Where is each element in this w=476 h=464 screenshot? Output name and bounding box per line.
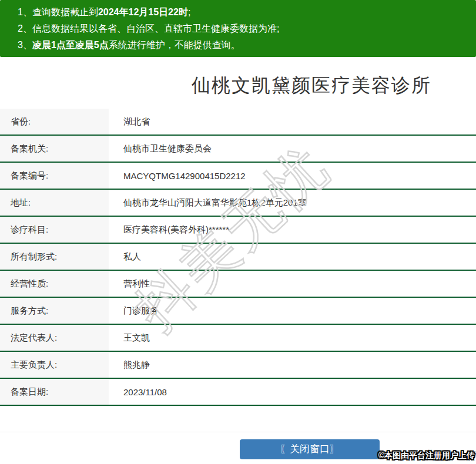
row-value: 湖北省: [109, 116, 476, 127]
row-value: 门诊服务: [109, 305, 476, 317]
notice-line: 2、信息数据结果以各省、自治区、直辖市卫生健康委数据为准;: [18, 21, 476, 37]
table-row: 地址: 仙桃市龙华山沔阳大道富华影苑1栋2单元201室: [0, 190, 476, 217]
row-value: 营利性: [109, 278, 476, 290]
notice-text: 信息数据结果以各省、自治区、直辖市卫生健康委数据为准;: [32, 23, 279, 33]
page-title: 仙桃文凯黛颜医疗美容诊所: [0, 73, 476, 97]
notice-text-bold: 凌晨1点至凌晨5点: [32, 40, 109, 50]
row-label: 经营性质:: [0, 271, 109, 297]
table-row: 省份: 湖北省: [0, 109, 476, 136]
notice-number: 2、: [18, 23, 32, 33]
notice-line: 1、查询数据截止到2024年12月15日22时;: [18, 4, 476, 21]
row-label: 服务方式:: [0, 298, 109, 324]
notice-number: 1、: [18, 7, 32, 17]
record-table: 省份: 湖北省 备案机关: 仙桃市卫生健康委员会 备案编号: MACYQTMG1…: [0, 109, 476, 406]
row-value: 仙桃市龙华山沔阳大道富华影苑1栋2单元201室: [109, 197, 476, 209]
bottom-divider: [0, 432, 476, 432]
table-row: 主要负责人: 熊兆静: [0, 352, 476, 379]
row-label: 主要负责人:: [0, 352, 109, 378]
table-row: 备案编号: MACYQTMG142900415D2212: [0, 163, 476, 190]
row-value: 王文凯: [109, 332, 476, 344]
close-window-button[interactable]: 〖关闭窗口〗: [240, 439, 380, 459]
table-row: 诊疗科目: 医疗美容科(美容外科)******: [0, 217, 476, 244]
row-value: 2023/11/08: [109, 387, 476, 397]
table-row: 所有制形式: 私人: [0, 244, 476, 271]
row-label: 备案日期:: [0, 379, 109, 405]
notice-line: 3、凌晨1点至凌晨5点系统进行维护，不能提供查询。: [18, 37, 476, 53]
row-value: MACYQTMG142900415D2212: [109, 171, 476, 181]
table-row: 经营性质: 营利性: [0, 271, 476, 298]
row-label: 地址:: [0, 190, 109, 216]
row-label: 法定代表人:: [0, 325, 109, 351]
table-row: 备案日期: 2023/11/08: [0, 379, 476, 406]
row-label: 诊疗科目:: [0, 217, 109, 243]
notice-text: 系统进行维护，不能提供查询。: [109, 40, 240, 50]
row-label: 备案机关:: [0, 136, 109, 162]
row-label: 省份:: [0, 109, 109, 135]
notice-banner: 1、查询数据截止到2024年12月15日22时; 2、信息数据结果以各省、自治区…: [0, 0, 476, 57]
row-value: 仙桃市卫生健康委员会: [109, 143, 476, 154]
upload-stamp: ©本图由平台注册用户上传: [378, 450, 475, 461]
row-label: 所有制形式:: [0, 244, 109, 270]
row-value: 私人: [109, 251, 476, 263]
table-row: 法定代表人: 王文凯: [0, 325, 476, 352]
row-value: 医疗美容科(美容外科)******: [109, 224, 476, 236]
table-row: 备案机关: 仙桃市卫生健康委员会: [0, 136, 476, 163]
notice-text: ;: [188, 7, 190, 17]
notice-number: 3、: [18, 40, 32, 50]
notice-text-bold: 2024年12月15日22时: [98, 7, 188, 17]
row-value: 熊兆静: [109, 359, 476, 371]
table-row: 服务方式: 门诊服务: [0, 298, 476, 325]
notice-text: 查询数据截止到: [32, 7, 98, 17]
row-label: 备案编号:: [0, 163, 109, 189]
